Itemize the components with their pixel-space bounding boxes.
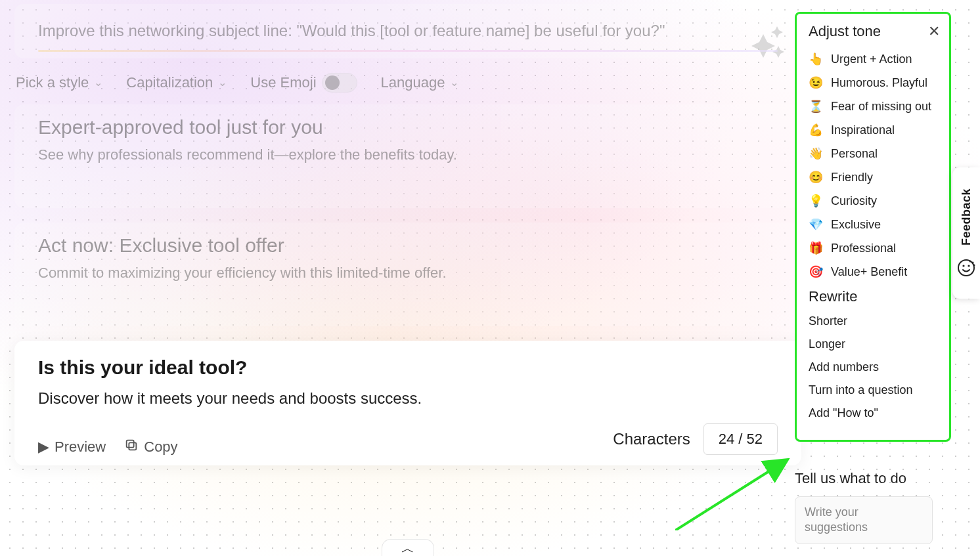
prompt-underline [38,50,778,52]
play-icon: ▶ [38,438,49,456]
focus-title: Is this your ideal tool? [38,356,778,379]
chevron-down-icon: ⌄ [450,76,458,89]
options-row: Pick a style ⌄ Capitalization ⌄ Use Emoj… [8,69,808,104]
rewrite-option[interactable]: Shorter [809,314,937,328]
result-title: Expert-approved tool just for you [38,116,778,139]
tell-us-section: Tell us what to do Write your suggestion… [795,470,951,544]
tone-emoji-icon: 💎 [809,217,823,232]
tone-label: Fear of missing out [831,100,931,114]
emoji-toggle[interactable] [322,73,357,93]
result-subtitle: See why professionals recommend it—explo… [38,146,778,163]
tone-option[interactable]: 💪Inspirational [809,123,937,137]
chevron-up-icon: ︿ [401,540,414,556]
tone-option[interactable]: 👆Urgent + Action [809,52,937,66]
tone-label: Professional [831,242,896,255]
svg-rect-0 [129,442,137,450]
tone-label: Urgent + Action [831,53,912,66]
copy-icon [124,438,139,456]
language-label: Language [381,74,445,91]
language-dropdown[interactable]: Language ⌄ [381,74,459,91]
adjust-panel: ✕ Adjust tone 👆Urgent + Action😉Humorous.… [795,12,951,442]
tone-emoji-icon: 💪 [809,123,823,137]
tone-emoji-icon: 🎯 [809,265,823,279]
tone-label: Curiosity [831,194,877,208]
svg-point-4 [972,261,974,263]
character-count-area: Characters 24 / 52 [613,423,778,455]
characters-label: Characters [613,430,690,448]
tone-option[interactable]: 💡Curiosity [809,194,937,208]
tone-label: Friendly [831,171,873,184]
rewrite-option[interactable]: Turn into a question [809,383,937,397]
close-icon[interactable]: ✕ [928,23,940,40]
pick-style-label: Pick a style [16,74,89,91]
focus-result-card[interactable]: Is this your ideal tool? Discover how it… [14,341,801,465]
capitalization-dropdown[interactable]: Capitalization ⌄ [126,74,227,91]
rewrite-option[interactable]: Add "How to" [809,406,937,420]
focus-subtitle: Discover how it meets your needs and boo… [38,389,778,408]
tone-emoji-icon: 🎁 [809,241,823,255]
feedback-label: Feedback [960,188,973,246]
tone-option[interactable]: 😊Friendly [809,170,937,184]
tell-us-title: Tell us what to do [795,470,951,487]
svg-point-7 [968,265,969,267]
feedback-tab[interactable]: Feedback [952,167,980,299]
copy-label: Copy [144,438,177,456]
use-emoji-label: Use Emoji [250,74,316,91]
characters-value: 24 / 52 [703,423,778,455]
prompt-text: Improve this networking subject line: "W… [38,22,665,39]
result-subtitle: Commit to maximizing your efficiency wit… [38,265,778,282]
copy-button[interactable]: Copy [124,438,177,456]
result-card[interactable]: Expert-approved tool just for you See wh… [14,104,801,208]
tone-emoji-icon: 👋 [809,146,823,161]
tone-option[interactable]: 🎯Value+ Benefit [809,265,937,279]
svg-rect-1 [127,440,134,447]
svg-point-6 [962,265,964,267]
capitalization-label: Capitalization [126,74,213,91]
tone-label: Value+ Benefit [831,265,907,279]
preview-label: Preview [55,438,106,456]
tone-label: Humorous. Playful [831,76,927,90]
result-card[interactable]: Act now: Exclusive tool offer Commit to … [14,223,801,326]
sparkle-icon[interactable] [746,24,787,60]
svg-point-5 [973,264,975,266]
tone-emoji-icon: ⏳ [809,99,823,114]
adjust-tone-title: Adjust tone [809,23,937,40]
use-emoji-toggle-group: Use Emoji [250,73,357,93]
tone-label: Inspirational [831,123,895,137]
tone-option[interactable]: 🎁Professional [809,241,937,255]
suggestions-input[interactable]: Write your suggestions [795,496,933,544]
prompt-box[interactable]: Improve this networking subject line: "W… [14,4,801,58]
tone-emoji-icon: 💡 [809,194,823,208]
chevron-down-icon: ⌄ [218,76,227,89]
tone-label: Personal [831,147,878,161]
tone-option[interactable]: ⏳Fear of missing out [809,99,937,114]
tone-emoji-icon: 😉 [809,75,823,90]
rewrite-option[interactable]: Add numbers [809,360,937,374]
tone-emoji-icon: 👆 [809,52,823,66]
expand-up-button[interactable]: ︿ [382,539,434,556]
tone-emoji-icon: 😊 [809,170,823,184]
preview-button[interactable]: ▶ Preview [38,438,106,456]
result-title: Act now: Exclusive tool offer [38,234,778,257]
tone-label: Exclusive [831,218,881,232]
pick-style-dropdown[interactable]: Pick a style ⌄ [16,74,102,91]
tone-option[interactable]: 👋Personal [809,146,937,161]
rewrite-list: ShorterLongerAdd numbersTurn into a ques… [809,314,937,420]
rewrite-option[interactable]: Longer [809,337,937,351]
tone-option[interactable]: 💎Exclusive [809,217,937,232]
rewrite-title: Rewrite [809,288,937,305]
svg-point-2 [958,260,974,276]
tone-list: 👆Urgent + Action😉Humorous. Playful⏳Fear … [809,52,937,279]
svg-point-3 [969,260,971,262]
smile-face-icon [956,258,976,278]
chevron-down-icon: ⌄ [94,76,102,89]
tone-option[interactable]: 😉Humorous. Playful [809,75,937,90]
